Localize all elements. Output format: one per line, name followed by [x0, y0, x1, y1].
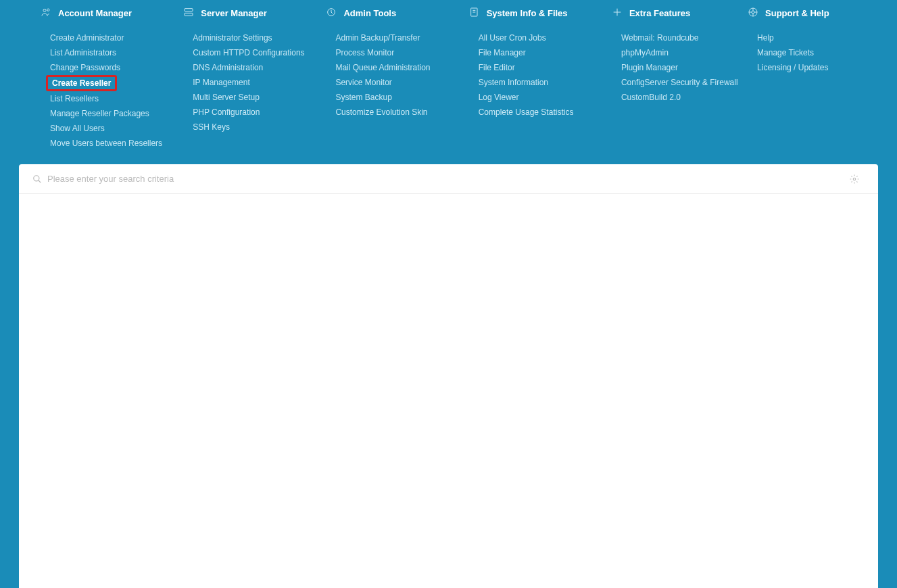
nav-link[interactable]: DNS Administration — [193, 60, 326, 75]
nav-link[interactable]: ConfigServer Security & Firewall — [621, 75, 748, 90]
nav-link[interactable]: IP Management — [193, 75, 326, 90]
nav-link[interactable]: System Information — [479, 75, 612, 90]
files-icon — [469, 7, 480, 20]
tools-icon — [326, 7, 337, 20]
nav-link[interactable]: File Manager — [479, 45, 612, 60]
nav-link[interactable]: Complete Usage Statistics — [479, 105, 612, 120]
nav-header[interactable]: Support & Help — [748, 7, 856, 20]
nav-link[interactable]: Log Viewer — [479, 90, 612, 105]
nav-link[interactable]: Change Passwords — [50, 60, 183, 75]
svg-line-8 — [331, 12, 333, 14]
top-navigation: Account ManagerCreate AdministratorList … — [0, 0, 897, 164]
gear-icon[interactable] — [850, 174, 859, 184]
nav-link[interactable]: Multi Server Setup — [193, 90, 326, 105]
search-input[interactable] — [47, 174, 850, 184]
nav-link[interactable]: Help — [757, 30, 856, 45]
svg-rect-3 — [185, 13, 193, 16]
nav-link[interactable]: Webmail: Roundcube — [621, 30, 748, 45]
nav-link[interactable]: File Editor — [479, 60, 612, 75]
nav-link[interactable]: phpMyAdmin — [621, 45, 748, 60]
plus-icon — [612, 7, 623, 20]
nav-column: Extra FeaturesWebmail: RoundcubephpMyAdm… — [612, 7, 748, 151]
nav-link[interactable]: List Resellers — [50, 91, 183, 106]
nav-link[interactable]: Administrator Settings — [193, 30, 326, 45]
nav-header[interactable]: Server Manager — [183, 7, 326, 20]
nav-link[interactable]: Process Monitor — [335, 45, 468, 60]
nav-link[interactable]: System Backup — [335, 90, 468, 105]
nav-link[interactable]: PHP Configuration — [193, 105, 326, 120]
nav-link[interactable]: Licensing / Updates — [757, 60, 856, 75]
svg-point-20 — [34, 175, 39, 180]
nav-column: Support & HelpHelpManage TicketsLicensin… — [748, 7, 856, 151]
nav-link[interactable]: Move Users between Resellers — [50, 136, 183, 151]
main-content — [19, 164, 878, 588]
server-icon — [183, 7, 194, 20]
nav-header[interactable]: Extra Features — [612, 7, 748, 20]
nav-link[interactable]: Admin Backup/Transfer — [335, 30, 468, 45]
nav-link[interactable]: Mail Queue Administration — [335, 60, 468, 75]
svg-line-21 — [39, 180, 41, 182]
nav-link[interactable]: Show All Users — [50, 121, 183, 136]
support-icon — [748, 7, 758, 20]
search-bar — [19, 164, 878, 194]
svg-point-1 — [47, 9, 49, 11]
svg-point-15 — [752, 11, 754, 14]
nav-header[interactable]: System Info & Files — [469, 7, 612, 20]
nav-link[interactable]: SSH Keys — [193, 120, 326, 134]
svg-point-0 — [43, 9, 46, 11]
nav-link[interactable]: Create Administrator — [50, 30, 183, 45]
nav-link[interactable]: List Administrators — [50, 45, 183, 60]
nav-column: Account ManagerCreate AdministratorList … — [41, 7, 183, 151]
search-icon — [32, 174, 42, 184]
nav-link[interactable]: Manage Reseller Packages — [50, 106, 183, 121]
nav-link[interactable]: Customize Evolution Skin — [335, 105, 468, 120]
nav-header[interactable]: Admin Tools — [326, 7, 468, 20]
nav-header[interactable]: Account Manager — [41, 7, 183, 20]
nav-link[interactable]: Service Monitor — [335, 75, 468, 90]
nav-column: Admin ToolsAdmin Backup/TransferProcess … — [326, 7, 468, 151]
svg-point-22 — [853, 178, 856, 180]
nav-link[interactable]: CustomBuild 2.0 — [621, 90, 748, 105]
nav-link[interactable]: Manage Tickets — [757, 45, 856, 60]
nav-link[interactable]: Plugin Manager — [621, 60, 748, 75]
nav-link[interactable]: All User Cron Jobs — [479, 30, 612, 45]
nav-column: System Info & FilesAll User Cron JobsFil… — [469, 7, 612, 151]
nav-column: Server ManagerAdministrator SettingsCust… — [183, 7, 326, 151]
svg-rect-2 — [185, 9, 193, 11]
nav-link[interactable]: Custom HTTPD Configurations — [193, 45, 326, 60]
nav-link[interactable]: Create Reseller — [46, 75, 117, 91]
users-icon — [41, 7, 51, 20]
